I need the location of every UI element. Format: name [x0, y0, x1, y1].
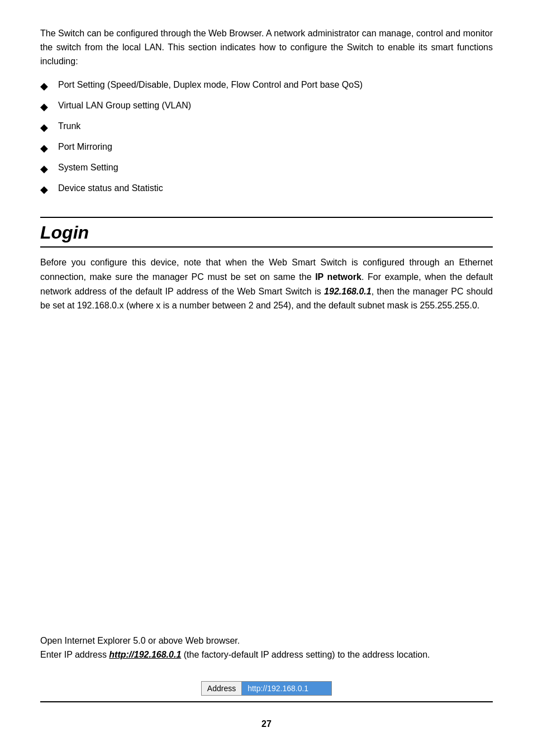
ip-address-link[interactable]: http://192.168.0.1: [109, 650, 181, 659]
bullet-icon: ◆: [40, 99, 48, 115]
list-item-text: Trunk: [58, 120, 80, 134]
section-bottom-divider: [40, 246, 493, 248]
address-label: Address: [202, 682, 242, 695]
list-item: ◆ System Setting: [40, 161, 493, 177]
intro-paragraph: The Switch can be configured through the…: [40, 27, 493, 68]
list-item: ◆ Virtual LAN Group setting (VLAN): [40, 99, 493, 115]
bullet-icon: ◆: [40, 141, 48, 156]
bullet-icon: ◆: [40, 161, 48, 177]
list-item: ◆ Port Setting (Speed/Disable, Duplex mo…: [40, 78, 493, 94]
list-item-text: Device status and Statistic: [58, 182, 163, 196]
address-bar-container: Address http://192.168.0.1: [40, 681, 493, 696]
page-container: The Switch can be configured through the…: [0, 0, 533, 756]
list-item: ◆ Port Mirroring: [40, 140, 493, 156]
login-italic-bold-text: 192.168.0.1: [324, 287, 372, 296]
list-item-text: Port Mirroring: [58, 140, 112, 154]
list-item-text: Port Setting (Speed/Disable, Duplex mode…: [58, 78, 363, 92]
page-footer: 27: [40, 701, 493, 729]
bullet-icon: ◆: [40, 120, 48, 136]
browser-paragraph: Open Internet Explorer 5.0 or above Web …: [40, 634, 493, 662]
page-number: 27: [261, 719, 272, 729]
spacer: [40, 324, 493, 634]
login-paragraph: Before you configure this device, note t…: [40, 255, 493, 312]
feature-list: ◆ Port Setting (Speed/Disable, Duplex mo…: [40, 78, 493, 202]
list-item-text: Virtual LAN Group setting (VLAN): [58, 99, 191, 113]
list-item: ◆ Trunk: [40, 120, 493, 136]
login-section-title: Login: [40, 221, 493, 245]
list-item: ◆ Device status and Statistic: [40, 182, 493, 198]
login-bold-text: IP network: [315, 272, 361, 282]
browser-text-after-link: (the factory-default IP address setting)…: [181, 650, 430, 659]
list-item-text: System Setting: [58, 161, 118, 175]
address-input[interactable]: http://192.168.0.1: [242, 682, 331, 695]
address-bar: Address http://192.168.0.1: [201, 681, 332, 696]
bullet-icon: ◆: [40, 79, 48, 94]
bullet-icon: ◆: [40, 182, 48, 198]
section-top-divider: [40, 217, 493, 218]
